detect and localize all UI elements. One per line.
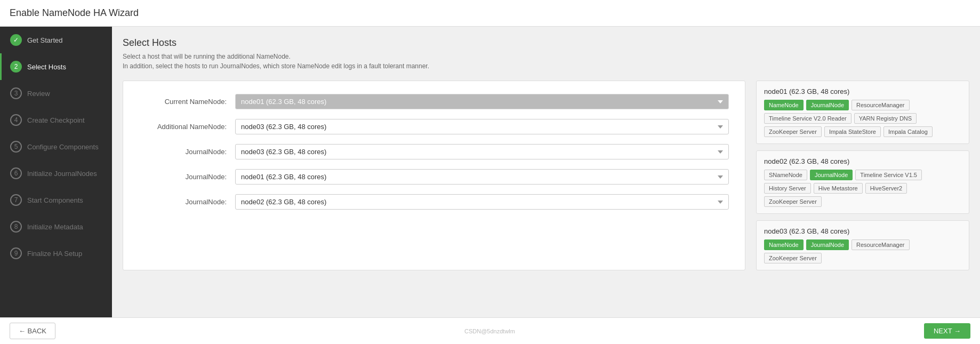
journalnode2-row: JournalNode: node01 (62.3 GB, 48 cores) (139, 169, 729, 185)
form-card: Current NameNode: node01 (62.3 GB, 48 co… (123, 81, 745, 270)
node-tag: Timeline Service V2.0 Reader (764, 113, 852, 124)
journalnode2-label: JournalNode: (139, 173, 235, 181)
journalnode3-select[interactable]: node02 (62.3 GB, 48 cores) (235, 194, 729, 210)
sidebar-item-initialize-journalnodes: 6Initialize JournalNodes (0, 160, 112, 187)
sidebar-item-label: Finalize HA Setup (27, 250, 82, 258)
sidebar-item-create-checkpoint: 4Create Checkpoint (0, 107, 112, 133)
hosts-layout: Current NameNode: node01 (62.3 GB, 48 co… (123, 81, 969, 270)
sidebar-item-review: 3Review (0, 80, 112, 107)
current-namenode-control: node01 (62.3 GB, 48 cores) (235, 94, 729, 109)
section-title: Select Hosts (123, 37, 969, 49)
node-tag: Impala StateStore (824, 126, 881, 137)
content-area: Select Hosts Select a host that will be … (112, 27, 980, 317)
sidebar-step-num: 2 (10, 61, 22, 73)
node-tag: NameNode (764, 100, 804, 110)
sidebar-item-label: Review (27, 90, 50, 98)
current-namenode-row: Current NameNode: node01 (62.3 GB, 48 co… (139, 94, 729, 109)
node-tag: YARN Registry DNS (854, 113, 917, 124)
journalnode1-select[interactable]: node03 (62.3 GB, 48 cores) (235, 144, 729, 159)
node-tag: ZooKeeper Server (764, 196, 822, 207)
sidebar-item-label: Select Hosts (27, 63, 66, 71)
form-section: Current NameNode: node01 (62.3 GB, 48 co… (139, 94, 729, 210)
node-tag: History Server (764, 183, 811, 194)
section-description: Select a host that will be running the a… (123, 52, 969, 71)
sidebar-item-label: Initialize JournalNodes (27, 170, 97, 178)
node-tag: Timeline Service V1.5 (855, 170, 922, 180)
journalnode3-control: node02 (62.3 GB, 48 cores) (235, 194, 729, 210)
journalnode3-row: JournalNode: node02 (62.3 GB, 48 cores) (139, 194, 729, 210)
node-tag: ResourceManager (852, 239, 910, 250)
node-tag: Impala Catalog (883, 126, 933, 137)
sidebar-step-num: 4 (10, 114, 22, 126)
footer-watermark: CSDN@5dnzdtwlm (464, 328, 515, 334)
node-card-title-3: node03 (62.3 GB, 48 cores) (764, 227, 961, 235)
page-wrapper: Enable NameNode HA Wizard ✓Get Started2S… (0, 0, 980, 344)
node-tag: Hive Metastore (814, 183, 863, 194)
sidebar-item-initialize-metadata: 8Initialize Metadata (0, 213, 112, 240)
node-card-title-2: node02 (62.3 GB, 48 cores) (764, 157, 961, 165)
node-tags-3: NameNodeJournalNodeResourceManagerZooKee… (764, 239, 961, 263)
sidebar-item-start-components: 7Start Components (0, 187, 112, 213)
sidebar-item-select-hosts[interactable]: 2Select Hosts (0, 53, 112, 80)
additional-namenode-label: Additional NameNode: (139, 123, 235, 131)
sidebar-item-label: Create Checkpoint (27, 116, 85, 124)
sidebar-step-num: 5 (10, 141, 22, 153)
back-button[interactable]: ← BACK (10, 323, 55, 339)
current-namenode-select[interactable]: node01 (62.3 GB, 48 cores) (235, 94, 729, 109)
sidebar-step-num: 6 (10, 167, 22, 179)
node-card-title-1: node01 (62.3 GB, 48 cores) (764, 87, 961, 95)
page-title: Enable NameNode HA Wizard (0, 0, 980, 27)
sidebar-item-label: Start Components (27, 196, 83, 204)
sidebar-step-num: 9 (10, 247, 22, 259)
sidebar-item-configure-components: 5Configure Components (0, 133, 112, 160)
node-tag: SNameNode (764, 170, 807, 180)
node-tag: NameNode (764, 239, 804, 250)
node-card-2: node02 (62.3 GB, 48 cores)SNameNodeJourn… (756, 150, 969, 214)
additional-namenode-select[interactable]: node03 (62.3 GB, 48 cores) (235, 119, 729, 134)
additional-namenode-row: Additional NameNode: node03 (62.3 GB, 48… (139, 119, 729, 134)
node-card-1: node01 (62.3 GB, 48 cores)NameNodeJourna… (756, 81, 969, 144)
info-section: node01 (62.3 GB, 48 cores)NameNodeJourna… (756, 81, 969, 270)
additional-namenode-control: node03 (62.3 GB, 48 cores) (235, 119, 729, 134)
sidebar-item-finalize-ha-setup: 9Finalize HA Setup (0, 240, 112, 267)
node-tags-1: NameNodeJournalNodeResourceManagerTimeli… (764, 100, 961, 137)
node-tag: JournalNode (806, 239, 849, 250)
node-tag: ZooKeeper Server (764, 253, 822, 263)
sidebar-item-label: Get Started (27, 36, 62, 44)
sidebar-item-label: Initialize Metadata (27, 223, 83, 231)
node-tag: ResourceManager (852, 100, 910, 110)
sidebar-step-num: 7 (10, 194, 22, 206)
node-tag: ZooKeeper Server (764, 126, 822, 137)
sidebar-step-num: 8 (10, 221, 22, 233)
next-button[interactable]: NEXT → (924, 323, 970, 339)
journalnode1-label: JournalNode: (139, 148, 235, 156)
main-area: ✓Get Started2Select Hosts3Review4Create … (0, 27, 980, 317)
footer: ← BACK CSDN@5dnzdtwlm NEXT → (0, 317, 980, 344)
journalnode2-select[interactable]: node01 (62.3 GB, 48 cores) (235, 169, 729, 185)
sidebar-step-num: 3 (10, 87, 22, 99)
node-tags-2: SNameNodeJournalNodeTimeline Service V1.… (764, 170, 961, 207)
journalnode3-label: JournalNode: (139, 198, 235, 206)
sidebar: ✓Get Started2Select Hosts3Review4Create … (0, 27, 112, 317)
node-tag: JournalNode (806, 100, 849, 110)
journalnode2-control: node01 (62.3 GB, 48 cores) (235, 169, 729, 185)
sidebar-item-get-started[interactable]: ✓Get Started (0, 27, 112, 53)
journalnode1-row: JournalNode: node03 (62.3 GB, 48 cores) (139, 144, 729, 159)
journalnode1-control: node03 (62.3 GB, 48 cores) (235, 144, 729, 159)
node-tag: JournalNode (810, 170, 853, 180)
node-card-3: node03 (62.3 GB, 48 cores)NameNodeJourna… (756, 220, 969, 270)
sidebar-item-label: Configure Components (27, 143, 99, 151)
node-tag: HiveServer2 (865, 183, 907, 194)
sidebar-step-num: ✓ (10, 34, 22, 46)
current-namenode-label: Current NameNode: (139, 98, 235, 106)
